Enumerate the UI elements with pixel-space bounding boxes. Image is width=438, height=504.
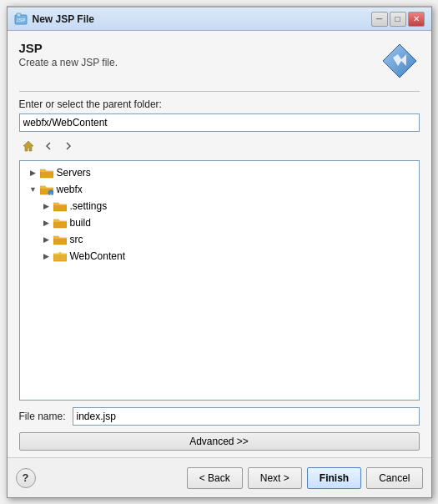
expand-settings[interactable]: ▶ [40,199,53,213]
folder-tree[interactable]: ▶ Servers ▼ w [19,160,420,401]
folder-label: Enter or select the parent folder: [19,98,420,110]
tree-label-src: src [70,234,83,245]
maximize-button[interactable]: □ [390,12,406,27]
navigation-buttons: < Back Next > Finish Cancel [187,467,423,489]
folder-icon-src [53,233,67,246]
divider-top [19,91,420,92]
next-button[interactable]: Next > [248,467,302,489]
page-description: Create a new JSP file. [19,57,118,68]
tree-label-servers: Servers [57,167,91,179]
titlebar-icon: JSP [14,13,28,26]
home-button[interactable] [19,137,38,155]
folder-icon-settings [53,199,67,213]
tree-item-webcontent[interactable]: ▶ WebContent [20,248,419,265]
tree-item-settings[interactable]: ▶ .settings [20,198,419,214]
advanced-button[interactable]: Advanced >> [19,432,420,451]
svg-rect-1 [17,13,21,17]
titlebar-controls: ─ □ ✕ [371,12,425,27]
tree-item-build[interactable]: ▶ build [20,214,419,231]
tree-item-servers[interactable]: ▶ Servers [20,164,419,181]
finish-button[interactable]: Finish [307,467,361,489]
dialog-window: JSP New JSP File ─ □ ✕ JSP Create a new … [7,6,432,498]
titlebar: JSP New JSP File ─ □ ✕ [8,8,431,31]
folder-icon-build [53,216,67,229]
back-nav-button[interactable] [39,137,58,155]
help-button[interactable]: ? [16,468,36,488]
expand-src[interactable]: ▶ [40,233,53,246]
svg-text:JSP: JSP [16,18,25,23]
bottom-bar: ? < Back Next > Finish Cancel [8,457,431,497]
expand-build[interactable]: ▶ [40,216,53,229]
tree-label-settings: .settings [70,200,108,212]
minimize-button[interactable]: ─ [371,12,388,27]
close-button[interactable]: ✕ [408,12,425,27]
project-icon-webfx: w [40,183,53,196]
filename-input[interactable] [73,407,420,426]
filename-label: File name: [19,411,66,422]
header-icon [380,41,420,81]
folder-icon-servers [40,166,53,179]
tree-label-webfx: webfx [57,184,83,195]
header-text: JSP Create a new JSP file. [19,41,118,68]
page-title: JSP [19,41,118,55]
back-button[interactable]: < Back [187,467,243,489]
tree-toolbar [19,135,420,157]
titlebar-title: New JSP File [33,13,371,25]
svg-text:w: w [49,192,52,196]
path-input[interactable] [19,113,420,132]
tree-item-src[interactable]: ▶ src [20,231,419,248]
tree-label-webcontent: WebContent [70,250,126,262]
expand-webfx[interactable]: ▼ [27,183,40,196]
tree-item-webfx[interactable]: ▼ w webfx [20,181,419,198]
tree-label-build: build [70,217,91,229]
expand-servers[interactable]: ▶ [27,166,40,179]
folder-icon-webcontent [53,249,67,263]
expand-webcontent[interactable]: ▶ [40,249,53,263]
header-section: JSP Create a new JSP file. [19,41,420,81]
forward-nav-button[interactable] [59,137,78,155]
filename-row: File name: [19,407,420,426]
cancel-button[interactable]: Cancel [366,467,422,489]
content-area: JSP Create a new JSP file. [8,31,431,457]
